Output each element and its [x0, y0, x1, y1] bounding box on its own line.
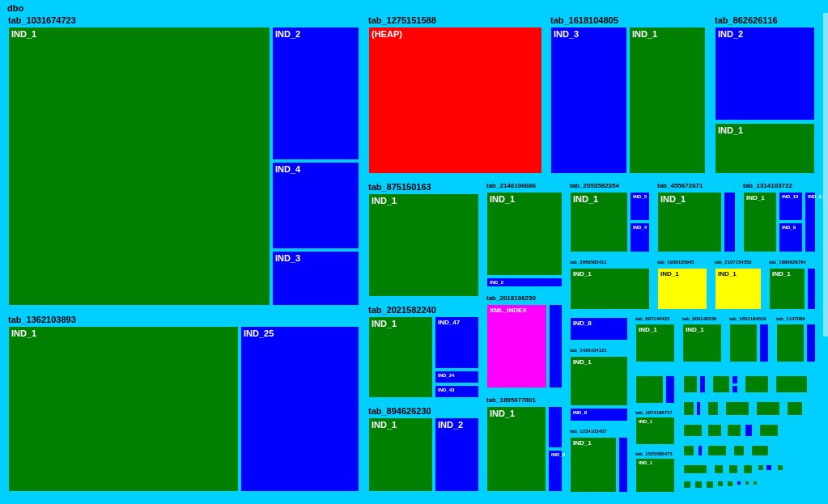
index-cell[interactable]: [698, 445, 703, 456]
index-cell[interactable]: [714, 464, 724, 474]
table-cell[interactable]: tab_1618104805 IND_3 IND_1: [547, 13, 708, 176]
index-cell[interactable]: [699, 375, 706, 393]
index-cell[interactable]: IND_2: [435, 417, 479, 492]
index-cell[interactable]: IND_1: [486, 406, 546, 492]
index-cell[interactable]: [683, 424, 703, 437]
index-cell[interactable]: [759, 424, 779, 437]
index-cell[interactable]: [683, 445, 694, 456]
index-cell[interactable]: [776, 324, 805, 362]
table-cell[interactable]: tab_1938105945 IND_1: [654, 257, 709, 311]
index-cell[interactable]: IND_10: [779, 192, 803, 221]
index-cell[interactable]: (HEAP): [368, 27, 542, 174]
index-cell[interactable]: IND_2: [486, 277, 563, 287]
index-cell[interactable]: [707, 401, 719, 416]
index-cell[interactable]: [683, 481, 691, 489]
index-cell[interactable]: [758, 464, 764, 471]
table-cell[interactable]: tab_1895677801 IND_1 IND_6: [483, 394, 564, 494]
index-cell[interactable]: [787, 401, 803, 416]
index-cell[interactable]: IND_5: [630, 192, 650, 221]
index-cell[interactable]: [707, 445, 727, 456]
index-cell[interactable]: IND_1: [8, 326, 239, 492]
table-cell[interactable]: IND_8: [567, 314, 630, 342]
table-cell[interactable]: [632, 366, 677, 405]
index-cell[interactable]: IND_9: [779, 222, 803, 252]
index-cell[interactable]: IND_1: [682, 324, 722, 362]
index-cell[interactable]: IND_25: [240, 326, 359, 492]
table-cell[interactable]: tab_2146106686 IND_1 IND_2: [483, 180, 564, 289]
index-cell[interactable]: [727, 481, 733, 487]
index-cell[interactable]: IND_6: [805, 192, 816, 252]
index-cell[interactable]: IND_47: [435, 316, 479, 369]
index-cell[interactable]: [728, 464, 738, 474]
index-cell[interactable]: IND_1: [368, 316, 433, 398]
index-cell[interactable]: IND_1: [368, 417, 433, 492]
index-cell[interactable]: [729, 324, 758, 362]
index-cell[interactable]: [745, 375, 769, 393]
index-cell[interactable]: IND_1: [570, 268, 650, 310]
index-cell[interactable]: IND_1: [743, 192, 777, 252]
index-cell[interactable]: IND_2: [715, 27, 815, 121]
index-cell[interactable]: IND_1: [629, 27, 706, 174]
index-cell[interactable]: [745, 481, 749, 485]
index-cell[interactable]: IND_8: [570, 408, 628, 421]
index-cell[interactable]: [696, 401, 701, 416]
index-cell[interactable]: IND_1: [769, 268, 805, 310]
index-cell[interactable]: IND_1: [657, 192, 722, 252]
index-cell[interactable]: IND_1: [570, 437, 617, 493]
index-cell[interactable]: IND_4: [630, 222, 650, 252]
index-cell[interactable]: [732, 385, 738, 393]
index-cell[interactable]: IND_6: [548, 450, 563, 492]
scrollbar[interactable]: [823, 13, 828, 337]
index-cell[interactable]: IND_1: [570, 192, 628, 252]
index-cell[interactable]: IND_1: [635, 324, 675, 362]
index-cell[interactable]: IND_1: [635, 417, 675, 445]
index-cell[interactable]: [806, 324, 816, 362]
index-cell[interactable]: [706, 481, 714, 489]
table-cell[interactable]: tab_2021582240 IND_1 IND_47 IND_24 IND_4…: [365, 303, 481, 400]
index-cell[interactable]: IND_3: [272, 251, 359, 306]
table-cell[interactable]: tab_2018106230 XML_INDEX: [483, 292, 564, 391]
index-cell[interactable]: XML_INDEX: [486, 304, 547, 388]
index-cell[interactable]: [753, 481, 758, 485]
table-cell[interactable]: tab_600140536 IND_1: [679, 314, 724, 364]
index-cell[interactable]: [665, 375, 675, 404]
index-cell[interactable]: [707, 424, 722, 437]
index-cell[interactable]: IND_2: [272, 27, 359, 160]
index-cell[interactable]: [775, 375, 808, 393]
index-cell[interactable]: IND_8: [570, 317, 628, 341]
index-cell[interactable]: IND_1: [486, 192, 563, 276]
index-cell[interactable]: [717, 481, 724, 487]
table-cell[interactable]: tab_1234103437 IND_1: [567, 426, 630, 494]
index-cell[interactable]: [756, 401, 780, 416]
index-cell[interactable]: [732, 375, 738, 384]
index-cell[interactable]: [807, 268, 816, 310]
index-cell[interactable]: [777, 464, 783, 471]
index-cell[interactable]: IND_24: [435, 371, 479, 383]
index-cell[interactable]: IND_4: [272, 162, 359, 249]
index-cell[interactable]: [743, 464, 753, 474]
table-cell[interactable]: tab_1147080: [773, 314, 817, 364]
table-cell[interactable]: tab_667140422 IND_1: [632, 314, 677, 364]
table-cell[interactable]: tab_1426104121 IND_1 IND_8: [567, 345, 630, 423]
table-cell[interactable]: tab_875150163 IND_1: [365, 180, 481, 299]
index-cell[interactable]: IND_3: [550, 27, 627, 174]
index-cell[interactable]: [733, 445, 745, 456]
index-cell[interactable]: IND_1: [657, 268, 707, 310]
index-cell[interactable]: [766, 464, 772, 471]
index-cell[interactable]: [727, 424, 741, 437]
table-cell[interactable]: tab_1314103722 IND_1 IND_10 IND_9 IND_6: [740, 180, 817, 254]
index-cell[interactable]: IND_1: [570, 356, 628, 406]
index-cell[interactable]: IND_1: [715, 268, 762, 310]
index-cell[interactable]: IND_1: [715, 123, 815, 174]
table-cell[interactable]: tab_2107154552 IND_1: [711, 257, 763, 311]
index-cell[interactable]: [618, 437, 628, 493]
index-cell[interactable]: IND_1: [8, 27, 270, 306]
table-cell[interactable]: tab_1651184619: [726, 314, 771, 364]
table-cell[interactable]: tab_894626230 IND_1 IND_2: [365, 404, 481, 494]
index-cell[interactable]: [683, 464, 707, 474]
table-cell[interactable]: tab_1886629764 IND_1: [766, 257, 817, 311]
index-cell[interactable]: [712, 375, 730, 393]
index-cell[interactable]: [751, 445, 769, 456]
index-cell[interactable]: [683, 375, 698, 393]
table-cell[interactable]: tab_1874186717IND_1: [632, 408, 677, 447]
